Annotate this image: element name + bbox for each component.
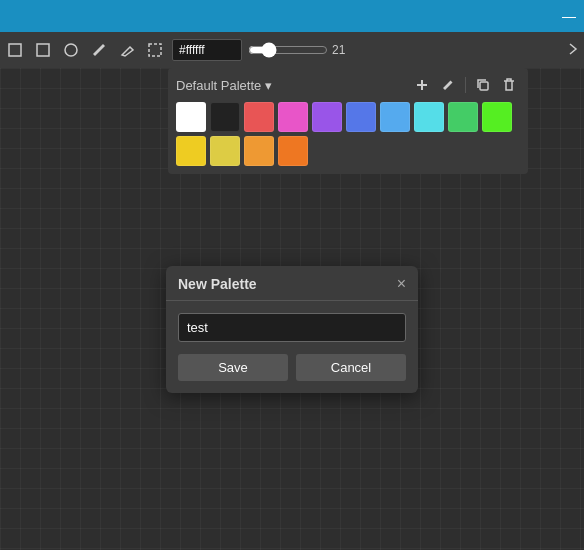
top-bar: — bbox=[0, 0, 584, 32]
svg-point-2 bbox=[65, 44, 77, 56]
toolbar: 21 bbox=[0, 32, 584, 68]
palette-name-label: Default Palette bbox=[176, 78, 261, 93]
swatch-orange-lt[interactable] bbox=[244, 136, 274, 166]
minimize-button[interactable]: — bbox=[562, 8, 576, 24]
palette-actions bbox=[411, 76, 520, 94]
modal-buttons: Save Cancel bbox=[178, 354, 406, 381]
swatch-black[interactable] bbox=[210, 102, 240, 132]
eraser-tool[interactable] bbox=[116, 39, 138, 61]
swatch-yellow[interactable] bbox=[176, 136, 206, 166]
select-rect-outline-tool[interactable] bbox=[32, 39, 54, 61]
ellipse-tool[interactable] bbox=[60, 39, 82, 61]
modal-body: Save Cancel bbox=[166, 301, 418, 393]
save-button[interactable]: Save bbox=[178, 354, 288, 381]
swatch-lime[interactable] bbox=[482, 102, 512, 132]
color-swatches bbox=[176, 102, 520, 166]
svg-rect-3 bbox=[149, 44, 161, 56]
swatch-yellow2[interactable] bbox=[210, 136, 240, 166]
swatch-green[interactable] bbox=[448, 102, 478, 132]
edit-palette-button[interactable] bbox=[437, 76, 459, 94]
toolbar-right-icon[interactable] bbox=[566, 42, 580, 59]
swatch-purple[interactable] bbox=[312, 102, 342, 132]
palette-dropdown[interactable]: Default Palette ▾ bbox=[176, 78, 272, 93]
palette-panel: Default Palette ▾ bbox=[168, 68, 528, 174]
selection-tool[interactable] bbox=[144, 39, 166, 61]
modal-title: New Palette bbox=[178, 276, 257, 292]
new-palette-modal: New Palette × Save Cancel bbox=[166, 266, 418, 393]
opacity-control: 21 bbox=[248, 42, 352, 58]
swatch-white[interactable] bbox=[176, 102, 206, 132]
swatch-orange[interactable] bbox=[278, 136, 308, 166]
svg-rect-6 bbox=[480, 82, 488, 90]
opacity-slider[interactable] bbox=[248, 42, 328, 58]
palette-divider bbox=[465, 77, 466, 93]
modal-title-bar: New Palette × bbox=[166, 266, 418, 301]
opacity-value: 21 bbox=[332, 43, 352, 57]
swatch-blue[interactable] bbox=[346, 102, 376, 132]
palette-dropdown-arrow: ▾ bbox=[265, 78, 272, 93]
pen-tool[interactable] bbox=[88, 39, 110, 61]
canvas-area: Default Palette ▾ bbox=[0, 68, 584, 550]
select-rect-tool[interactable] bbox=[4, 39, 26, 61]
hex-color-input[interactable] bbox=[172, 39, 242, 61]
add-palette-button[interactable] bbox=[411, 76, 433, 94]
copy-palette-button[interactable] bbox=[472, 76, 494, 94]
palette-name-input[interactable] bbox=[178, 313, 406, 342]
swatch-red[interactable] bbox=[244, 102, 274, 132]
palette-header: Default Palette ▾ bbox=[176, 76, 520, 94]
modal-close-button[interactable]: × bbox=[397, 276, 406, 292]
swatch-cyan[interactable] bbox=[414, 102, 444, 132]
svg-rect-1 bbox=[37, 44, 49, 56]
svg-rect-0 bbox=[9, 44, 21, 56]
swatch-cyan-dark[interactable] bbox=[380, 102, 410, 132]
delete-palette-button[interactable] bbox=[498, 76, 520, 94]
swatch-pink[interactable] bbox=[278, 102, 308, 132]
cancel-button[interactable]: Cancel bbox=[296, 354, 406, 381]
